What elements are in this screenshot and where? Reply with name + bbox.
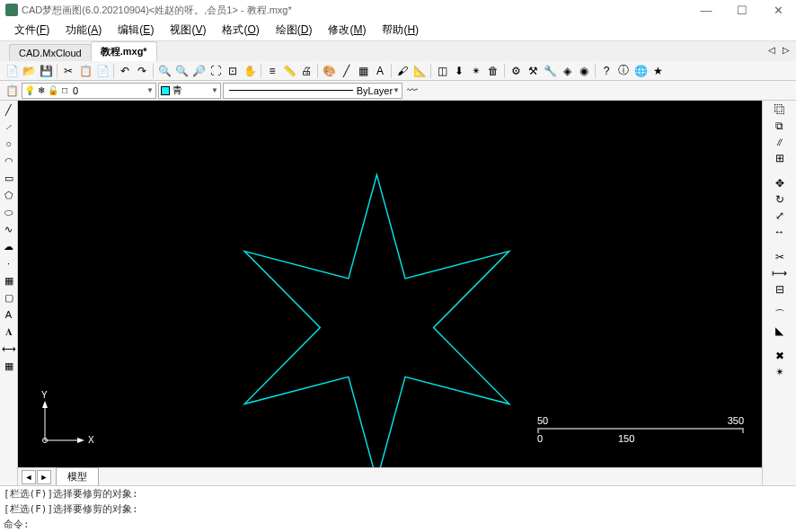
line-icon[interactable]: ╱: [338, 63, 354, 79]
pan-icon[interactable]: ✋: [242, 63, 258, 79]
linetype-combo[interactable]: ByLayer ▼: [223, 83, 402, 99]
doc-tab-nav: ◁ ▷: [765, 43, 792, 56]
pline-tool-icon[interactable]: ⟋: [2, 120, 16, 134]
tool2-icon[interactable]: ⚒: [525, 63, 541, 79]
polygon-tool-icon[interactable]: ⬠: [2, 188, 16, 202]
stretch-tool-icon[interactable]: ↔: [772, 225, 788, 239]
array-tool-icon[interactable]: ⊞: [772, 151, 788, 165]
line-tool-icon[interactable]: ╱: [2, 102, 16, 117]
tool5-icon[interactable]: ◉: [576, 63, 592, 79]
purge-icon[interactable]: 🗑: [485, 63, 501, 79]
extend-tool-icon[interactable]: ⟼: [772, 266, 788, 280]
drawing-canvas[interactable]: X Y 50 350 0 150: [18, 101, 762, 467]
color-icon[interactable]: 🎨: [321, 63, 337, 79]
menu-m[interactable]: 修改(M): [321, 20, 373, 40]
hatch-icon[interactable]: ▦: [355, 63, 371, 79]
spline-tool-icon[interactable]: ∿: [2, 222, 16, 236]
menu-e[interactable]: 编辑(E): [111, 20, 161, 40]
tool1-icon[interactable]: ⚙: [508, 63, 524, 79]
copy-tool-icon[interactable]: ⿻: [772, 102, 788, 117]
open-icon[interactable]: 📂: [21, 63, 37, 79]
help4-icon[interactable]: ★: [650, 63, 666, 79]
explode-tool-icon[interactable]: ✴: [772, 365, 788, 379]
tool4-icon[interactable]: ◈: [559, 63, 575, 79]
redo-icon[interactable]: ↷: [134, 63, 150, 79]
rect-tool-icon[interactable]: ▭: [2, 171, 16, 185]
ellipse-tool-icon[interactable]: ⬭: [2, 205, 16, 219]
model-tab-next[interactable]: ►: [37, 470, 51, 484]
undo-icon[interactable]: ↶: [117, 63, 133, 79]
menu-a[interactable]: 功能(A): [58, 20, 109, 40]
menu-f[interactable]: 文件(F): [7, 20, 57, 40]
paste-icon[interactable]: 📄: [94, 63, 111, 79]
help1-icon[interactable]: ?: [598, 63, 615, 79]
dim-icon[interactable]: 📏: [281, 63, 297, 79]
mirror-tool-icon[interactable]: ⧉: [772, 119, 788, 133]
dropdown-icon: ▼: [146, 86, 154, 94]
lineweight-icon[interactable]: 〰: [404, 83, 420, 99]
new-icon[interactable]: 📄: [4, 63, 20, 79]
arc-tool-icon[interactable]: ◠: [2, 154, 16, 168]
break-tool-icon[interactable]: ⊟: [772, 282, 788, 297]
command-input[interactable]: [31, 518, 792, 531]
maximize-button[interactable]: ☐: [724, 0, 760, 20]
region-tool-icon[interactable]: ▢: [2, 290, 16, 305]
mtext-tool-icon[interactable]: 𝐀: [2, 324, 16, 339]
copy-icon[interactable]: 📋: [77, 63, 93, 79]
cut-icon[interactable]: ✂: [60, 63, 76, 79]
explode-icon[interactable]: ✴: [468, 63, 484, 79]
linetype-name: ByLayer: [357, 85, 393, 96]
chamfer-tool-icon[interactable]: ◣: [772, 324, 788, 338]
doc-tab-next[interactable]: ▷: [780, 43, 792, 56]
circle-tool-icon[interactable]: ○: [2, 137, 16, 151]
measure-icon[interactable]: 📐: [411, 63, 428, 79]
block-icon[interactable]: ◫: [434, 63, 450, 79]
doc-tab[interactable]: CAD.MxCloud: [9, 44, 92, 61]
rotate-tool-icon[interactable]: ↻: [772, 192, 788, 207]
match-icon[interactable]: 🖌: [394, 63, 411, 79]
menu-v[interactable]: 视图(V): [163, 20, 213, 40]
properties-bar: 📋 💡 ❄ 🔓 □ 0 ▼ 青 ▼ ByLayer ▼ 〰: [0, 81, 796, 101]
text-icon[interactable]: A: [372, 63, 388, 79]
dropdown-icon: ▼: [393, 86, 400, 94]
zoom-in-icon[interactable]: 🔍: [173, 63, 190, 79]
minimize-button[interactable]: —: [688, 0, 724, 20]
hatch-tool-icon[interactable]: ▦: [2, 273, 16, 288]
find-icon[interactable]: 🔍: [156, 63, 172, 79]
zoom-window-icon[interactable]: ⛶: [208, 63, 224, 79]
point-tool-icon[interactable]: ·: [2, 256, 16, 270]
table-tool-icon[interactable]: ▦: [2, 359, 16, 373]
trim-tool-icon[interactable]: ✂: [772, 250, 788, 264]
layer-icon[interactable]: ≡: [264, 63, 280, 79]
layer-state-icons: 💡 ❄ 🔓 □: [24, 85, 70, 96]
zoom-extents-icon[interactable]: ⊡: [225, 63, 241, 79]
layer-manager-icon[interactable]: 📋: [4, 83, 20, 99]
help3-icon[interactable]: 🌐: [632, 63, 649, 79]
model-tab[interactable]: 模型: [56, 467, 99, 486]
cloud-tool-icon[interactable]: ☁: [2, 239, 16, 253]
insert-icon[interactable]: ⬇: [451, 63, 467, 79]
help2-icon[interactable]: ⓘ: [615, 63, 632, 79]
text-a-tool-icon[interactable]: A: [2, 307, 16, 322]
erase-tool-icon[interactable]: ✖: [772, 349, 788, 363]
offset-tool-icon[interactable]: ⫽: [772, 135, 788, 149]
color-combo[interactable]: 青 ▼: [158, 83, 221, 99]
move-tool-icon[interactable]: ✥: [772, 176, 788, 191]
save-icon[interactable]: 💾: [38, 63, 54, 79]
layer-combo[interactable]: 💡 ❄ 🔓 □ 0 ▼: [22, 83, 156, 99]
close-button[interactable]: ✕: [760, 0, 796, 20]
scale-tool-icon[interactable]: ⤢: [772, 208, 788, 223]
model-tab-prev[interactable]: ◄: [22, 470, 36, 484]
doc-tab-prev[interactable]: ◁: [765, 43, 778, 56]
menu-o[interactable]: 格式(O): [215, 20, 266, 40]
tool3-icon[interactable]: 🔧: [542, 63, 558, 79]
print-icon[interactable]: 🖨: [298, 63, 314, 79]
menu-d[interactable]: 绘图(D): [269, 20, 320, 40]
dim-tool-icon[interactable]: ⟷: [2, 341, 16, 356]
doc-tab[interactable]: 教程.mxg*: [91, 41, 157, 61]
command-history-line: [栏选(F)]选择要修剪的对象:: [0, 486, 796, 501]
zoom-out-icon[interactable]: 🔎: [190, 63, 207, 79]
menu-h[interactable]: 帮助(H): [375, 20, 426, 40]
color-name: 青: [172, 84, 211, 97]
fillet-tool-icon[interactable]: ⌒: [772, 307, 788, 322]
